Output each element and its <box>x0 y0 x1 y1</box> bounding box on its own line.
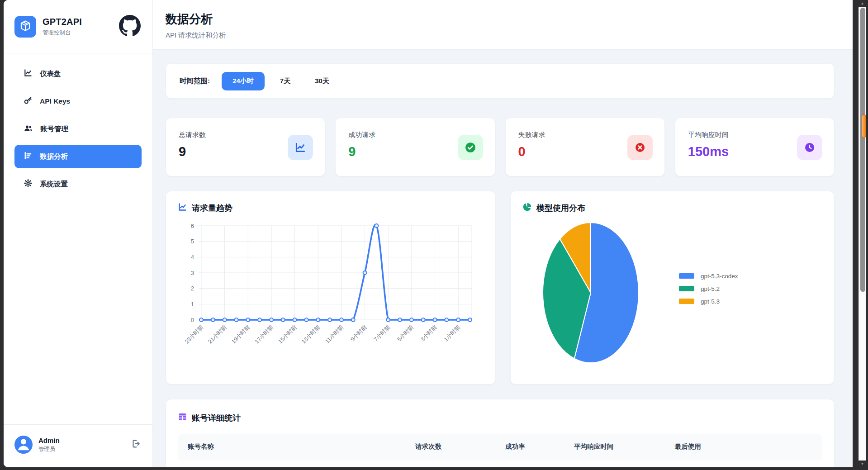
check-circle-icon <box>458 135 483 160</box>
main-area: 数据分析 API 请求统计和分析 时间范围: 24小时 7天 30天 总请求数 … <box>153 0 853 467</box>
pie-legend: gpt-5.3-codexgpt-5.2gpt-5.3 <box>679 273 738 305</box>
svg-text:6: 6 <box>191 223 194 229</box>
sidebar-item-dashboard[interactable]: 仪表盘 <box>14 62 142 85</box>
logout-button[interactable] <box>131 439 141 451</box>
app-logo <box>14 16 36 38</box>
time-range-7d-button[interactable]: 7天 <box>271 72 299 90</box>
legend-swatch <box>679 299 694 304</box>
svg-text:21小时前: 21小时前 <box>207 324 228 345</box>
brand-name: GPT2API <box>43 17 82 27</box>
browser-window: { "sidebar": { "brand": { "name": "GPT2A… <box>0 0 868 470</box>
sidebar-item-label: 账号管理 <box>40 124 68 134</box>
user-meta: Admin 管理员 <box>38 437 60 453</box>
legend-label: gpt-5.3 <box>701 298 720 305</box>
legend-swatch <box>679 273 694 279</box>
pie-chart-icon <box>522 202 532 214</box>
chart-title: 模型使用分布 <box>536 203 585 214</box>
github-link[interactable] <box>119 16 141 38</box>
svg-text:7小时前: 7小时前 <box>373 324 392 343</box>
column-header: 平均响应时间 <box>574 442 674 451</box>
scrollbar-marker <box>862 114 866 138</box>
brand: GPT2API 管理控制台 <box>43 17 82 37</box>
svg-text:3小时前: 3小时前 <box>419 324 438 343</box>
pie-chart <box>540 218 645 368</box>
svg-text:1: 1 <box>191 301 194 308</box>
scroll-down-arrow[interactable]: ▼ <box>859 461 866 467</box>
avatar <box>14 436 33 454</box>
page-header: 数据分析 API 请求统计和分析 <box>153 0 853 50</box>
pie-wrap: gpt-5.3-codexgpt-5.2gpt-5.3 <box>522 214 822 368</box>
person-icon <box>14 436 33 454</box>
line-chart: 012345623小时前21小时前19小时前17小时前15小时前13小时前11小… <box>178 218 478 371</box>
clock-icon <box>797 135 822 160</box>
x-circle-icon <box>627 135 653 160</box>
svg-text:15小时前: 15小时前 <box>277 324 298 345</box>
stat-card-success-requests: 成功请求 9 <box>335 118 495 176</box>
svg-text:5: 5 <box>191 238 194 245</box>
sidebar-item-settings[interactable]: 系统设置 <box>14 172 142 196</box>
legend-swatch <box>679 286 694 291</box>
chart-title-row: 请求量趋势 <box>178 202 484 214</box>
svg-text:2: 2 <box>191 285 194 292</box>
sidebar-item-label: 仪表盘 <box>40 69 61 79</box>
logout-icon <box>131 439 141 451</box>
stat-card-failed-requests: 失败请求 0 <box>505 118 665 176</box>
svg-text:17小时前: 17小时前 <box>254 324 275 345</box>
request-trend-card: 请求量趋势 012345623小时前21小时前19小时前17小时前15小时前13… <box>166 191 496 385</box>
table-title: 账号详细统计 <box>192 413 241 423</box>
time-range-label: 时间范围: <box>180 76 210 86</box>
account-stats-card: 账号详细统计 账号名称 请求次数 成功率 平均响应时间 最后使用 <box>166 399 835 467</box>
svg-text:11小时前: 11小时前 <box>324 324 345 345</box>
scrollbar[interactable]: ▲ ▼ <box>859 0 866 467</box>
time-range-24h-button[interactable]: 24小时 <box>222 72 265 90</box>
svg-text:13小时前: 13小时前 <box>300 324 322 345</box>
sidebar-item-api-keys[interactable]: API Keys <box>14 90 142 113</box>
gear-icon <box>24 179 33 190</box>
charts-row: 请求量趋势 012345623小时前21小时前19小时前17小时前15小时前13… <box>166 191 835 385</box>
cube-icon <box>19 20 31 33</box>
column-header: 请求次数 <box>415 442 505 451</box>
svg-text:19小时前: 19小时前 <box>230 324 251 345</box>
svg-text:23小时前: 23小时前 <box>184 324 205 345</box>
column-header: 账号名称 <box>188 442 415 451</box>
content: 时间范围: 24小时 7天 30天 总请求数 9 成功请求 9 <box>153 50 853 467</box>
app-window: GPT2API 管理控制台 仪表盘 API Keys 账号管理 <box>4 0 853 467</box>
legend-item: gpt-5.3-codex <box>679 273 738 280</box>
page-subtitle: API 请求统计和分析 <box>166 31 836 40</box>
key-icon <box>24 96 33 107</box>
sidebar-header: GPT2API 管理控制台 <box>4 0 152 53</box>
table-icon <box>178 412 187 424</box>
sidebar-item-label: API Keys <box>40 97 70 105</box>
user-role: 管理员 <box>38 446 60 453</box>
chart-title: 请求量趋势 <box>192 203 232 214</box>
table-title-row: 账号详细统计 <box>178 412 822 424</box>
column-header: 最后使用 <box>675 442 812 451</box>
stats-row: 总请求数 9 成功请求 9 失败请求 0 <box>166 118 835 176</box>
user-name: Admin <box>38 437 60 444</box>
line-chart-icon <box>24 68 33 79</box>
chart-title-row: 模型使用分布 <box>522 202 822 214</box>
time-range-30d-button[interactable]: 30天 <box>306 72 338 90</box>
sidebar-item-accounts[interactable]: 账号管理 <box>14 117 142 141</box>
scroll-up-arrow[interactable]: ▲ <box>859 0 866 7</box>
svg-text:1小时前: 1小时前 <box>443 324 462 343</box>
users-icon <box>24 123 33 135</box>
column-header: 成功率 <box>505 442 574 451</box>
stat-card-total-requests: 总请求数 9 <box>166 118 325 176</box>
svg-text:3: 3 <box>191 270 194 276</box>
scrollbar-thumb[interactable] <box>860 8 865 292</box>
svg-text:5小时前: 5小时前 <box>396 324 415 343</box>
sidebar-item-label: 系统设置 <box>40 180 68 189</box>
legend-label: gpt-5.3-codex <box>701 273 738 280</box>
sidebar-item-analytics[interactable]: 数据分析 <box>14 145 142 168</box>
legend-item: gpt-5.2 <box>679 285 738 292</box>
legend-label: gpt-5.2 <box>701 285 720 292</box>
time-range-card: 时间范围: 24小时 7天 30天 <box>166 63 835 99</box>
line-chart-icon <box>178 202 187 214</box>
svg-text:9小时前: 9小时前 <box>349 324 368 343</box>
user-section: Admin 管理员 <box>4 424 152 467</box>
sidebar: GPT2API 管理控制台 仪表盘 API Keys 账号管理 <box>4 0 153 467</box>
brand-subtitle: 管理控制台 <box>43 29 82 37</box>
stat-card-avg-response-time: 平均响应时间 150ms <box>675 118 835 176</box>
svg-text:0: 0 <box>191 317 194 323</box>
